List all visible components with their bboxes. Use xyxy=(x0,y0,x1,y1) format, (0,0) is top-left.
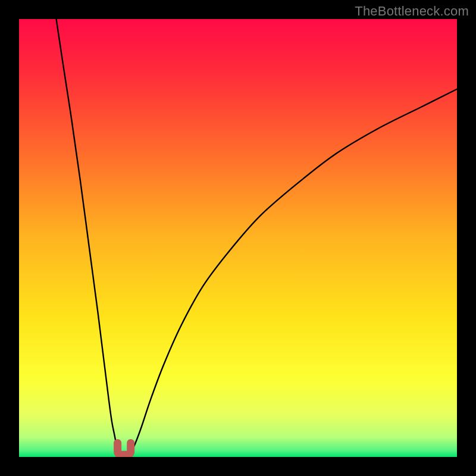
watermark-text: TheBottleneck.com xyxy=(355,4,469,19)
bottleneck-curve-plot xyxy=(19,19,457,457)
plot-frame xyxy=(19,19,457,457)
gradient-background xyxy=(19,19,457,457)
